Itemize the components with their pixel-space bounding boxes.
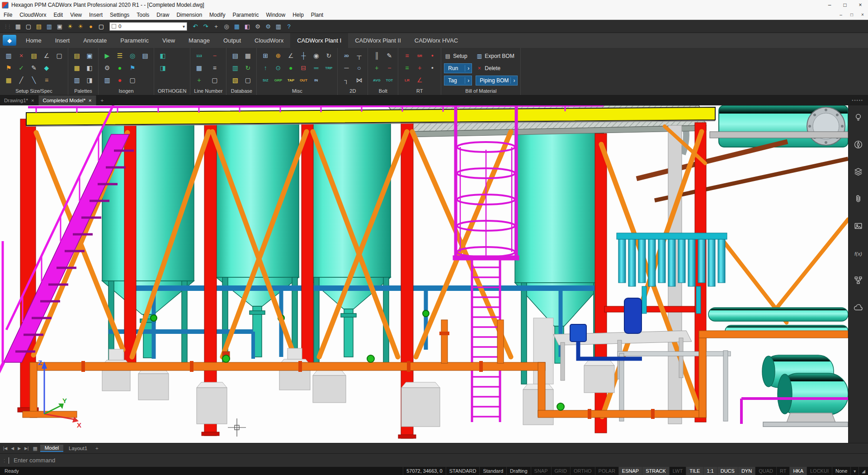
status-toggle-drafting[interactable]: Drafting [506,467,531,475]
tab-overflow-dots[interactable]: ••••• [852,95,868,105]
misc-out-icon[interactable]: OUT [297,74,309,86]
palette-steel-icon[interactable]: ▥ [71,74,83,86]
close-tab-icon[interactable]: × [31,98,34,103]
drawing-tab-completed-model[interactable]: Completed Model*× [39,95,96,105]
doc-close-button[interactable]: × [857,12,868,17]
misc-cross-icon[interactable]: ┼ [297,50,309,62]
status-toggle-ducs[interactable]: DUCS [717,467,738,475]
sun-icon[interactable]: ☀ [65,21,75,31]
iso-run-icon[interactable]: ▶ [101,50,113,62]
monitor-icon[interactable]: ▥ [274,21,283,31]
db-refresh-icon[interactable]: ↻ [242,62,254,74]
iso-target-icon[interactable]: ◎ [127,50,138,62]
bolt-edit-icon[interactable]: ✎ [383,50,395,62]
bom-run-button[interactable]: Run› [444,63,472,73]
chevron-right-icon[interactable]: › [510,77,517,84]
2d-line-icon[interactable]: ─ [340,62,352,74]
bolt-avg-icon[interactable]: AVG [371,74,382,86]
status-toggle-none[interactable]: None [832,467,850,475]
drawing-tab-drawing1[interactable]: Drawing1*× [0,95,39,105]
db-table-icon[interactable]: ▦ [242,50,254,62]
pan-icon[interactable]: + [211,21,221,31]
menu-draw[interactable]: Draw [153,10,173,19]
undo-icon[interactable]: ↶ [190,21,200,31]
new-layout-button[interactable]: + [93,446,101,451]
status-toggle-esnap[interactable]: ESNAP [618,467,642,475]
iso-align-icon[interactable]: ☰ [114,50,126,62]
misc-pipe-icon[interactable]: ═ [310,62,322,74]
resize-grip-icon[interactable]: ◢ [859,467,868,475]
menu-tools[interactable]: Tools [133,10,153,19]
line-number-assign-icon[interactable]: 113 [193,50,205,62]
rt-red-rows-icon[interactable]: ≡ [401,50,413,62]
layout-nav-3[interactable]: ▶| [23,446,30,451]
chevron-right-icon[interactable]: › [465,65,472,71]
ribbon-tab-annotate[interactable]: Annotate [76,33,113,48]
spec-monitor-icon[interactable]: ▥ [3,50,14,62]
palette-user-icon[interactable]: ◨ [84,74,95,86]
viewport[interactable]: Z X Y [0,105,848,443]
misc-tap-icon[interactable]: TAP [285,74,297,86]
misc-target-icon[interactable]: ⊙ [272,62,284,74]
chevron-right-icon[interactable]: › [465,77,472,84]
spec-node-icon[interactable]: ◆ [41,62,52,74]
misc-grid-icon[interactable]: ⊞ [259,50,271,62]
structure-icon[interactable] [853,275,864,285]
status-toggle-lockui[interactable]: LOCKUI [807,467,832,475]
palette-equip-icon[interactable]: ◧ [84,62,95,74]
misc-trp-icon[interactable]: TRP [323,62,335,74]
toolbar-grip[interactable]: ⋮⋮ [2,24,13,29]
db-export-icon[interactable]: ▤ [229,50,241,62]
open-icon[interactable]: ▤ [34,21,44,31]
doc-restore-button[interactable]: □ [846,12,857,17]
ribbon-tab-insert[interactable]: Insert [48,33,77,48]
line-number-list-icon[interactable]: ≡ [209,62,221,74]
2d-circle-icon[interactable]: ○ [353,62,365,74]
chevron-down-icon[interactable]: ▾ [850,467,859,475]
new-drawing-icon[interactable]: ▢ [24,21,33,31]
iso-gear-icon[interactable]: ⚙ [101,62,113,74]
attachment-icon[interactable] [853,193,864,204]
status-toggle-1-1[interactable]: 1:1 [703,467,717,475]
menu-insert[interactable]: Insert [85,10,106,19]
ribbon-tab-cadworx-plant-ii[interactable]: CADWorx Plant II [348,33,408,48]
eraser-icon[interactable]: ◧ [242,21,252,31]
iso-red-light-icon[interactable]: ● [114,74,126,86]
save-icon[interactable]: ▥ [44,21,54,31]
iso-flag-icon[interactable]: ⚑ [127,62,138,74]
tools-icon[interactable]: ⚙ [263,21,273,31]
ribbon-tab-parametric[interactable]: Parametric [113,33,156,48]
ribbon-tab-manage[interactable]: Manage [182,33,217,48]
doc-minimize-button[interactable]: – [835,12,846,17]
orthogen-run-icon[interactable]: ◨ [157,62,169,74]
line-number-table-icon[interactable]: ▦ [193,62,205,74]
status-toggle-standard[interactable]: STANDARD [446,467,480,475]
rt-lr-icon[interactable]: LR [401,74,413,86]
grid-table-icon[interactable]: ▦ [232,21,242,31]
ribbon-tab-view[interactable]: View [156,33,182,48]
db-doc-icon[interactable]: ▢ [242,74,254,86]
menu-cloudworx[interactable]: CloudWorx [16,10,50,19]
gear-icon[interactable]: ⚙ [253,21,263,31]
misc-up-icon[interactable]: ↑ [259,62,271,74]
status-toggle-polar[interactable]: POLAR [595,467,618,475]
workspace-icon[interactable]: ▦ [13,21,23,31]
misc-flange-icon[interactable]: ⊟ [297,62,309,74]
2d-tee-icon[interactable]: ┬ [353,50,365,62]
bolt-tot-icon[interactable]: TOT [383,74,395,86]
ribbon-tab-cloudworx[interactable]: CloudWorx [248,33,290,48]
menu-window[interactable]: Window [262,10,289,19]
status-toggle-grid[interactable]: GRID [551,467,571,475]
menu-help[interactable]: Help [289,10,307,19]
2d-convert-icon[interactable]: 2D [340,50,352,62]
status-toggle-hka[interactable]: HKA [789,467,807,475]
bolt-remove-icon[interactable]: − [383,62,395,74]
layer-dropdown[interactable]: 0 ▾ [109,22,187,31]
rt-plus-icon[interactable]: + [414,62,425,74]
status-toggle-standard[interactable]: Standard [479,467,506,475]
db-folder-icon[interactable]: ▧ [229,74,241,86]
misc-in-icon[interactable]: IN [310,74,322,86]
spec-table-icon[interactable]: ▦ [3,74,14,86]
size-flag-icon[interactable]: ⚑ [3,62,14,74]
menu-plant[interactable]: Plant [307,10,327,19]
